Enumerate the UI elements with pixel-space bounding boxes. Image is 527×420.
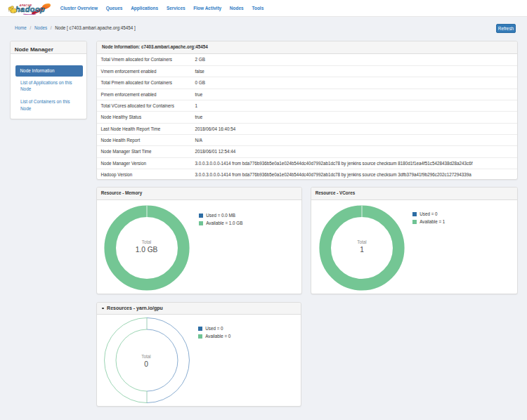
svg-text:hadoop: hadoop	[15, 5, 45, 13]
